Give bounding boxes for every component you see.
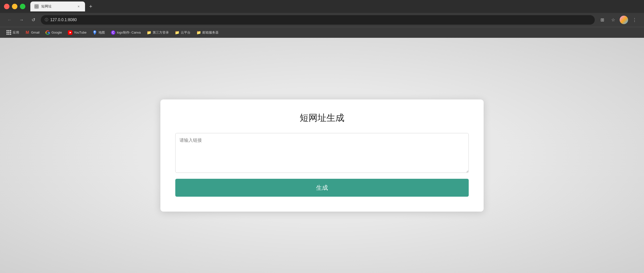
bookmark-maps[interactable]: 地图 bbox=[90, 29, 108, 36]
bookmark-google-label: Google bbox=[52, 30, 62, 34]
folder-cloud-icon: 📁 bbox=[175, 30, 179, 35]
bookmark-mail[interactable]: 📁 邮箱服务器 bbox=[194, 29, 221, 36]
bookmark-maps-label: 地图 bbox=[98, 30, 105, 35]
bookmark-cloud-label: 云平台 bbox=[181, 30, 190, 35]
active-tab[interactable]: 短网址 × bbox=[30, 2, 85, 12]
maps-icon bbox=[92, 30, 97, 35]
bookmark-cloud[interactable]: 📁 云平台 bbox=[172, 29, 193, 36]
tab-favicon bbox=[34, 4, 39, 9]
bookmark-google[interactable]: Google bbox=[43, 29, 64, 36]
google-icon bbox=[46, 30, 50, 35]
bookmark-youtube[interactable]: YouTube bbox=[66, 29, 89, 36]
new-tab-button[interactable]: + bbox=[86, 2, 95, 11]
security-icon: ⓘ bbox=[45, 18, 48, 22]
folder-thirdlogin-icon: 📁 bbox=[147, 30, 151, 35]
maximize-window-button[interactable] bbox=[20, 4, 25, 9]
gmail-icon: M bbox=[25, 30, 30, 35]
bookmark-gmail-label: Gmail bbox=[31, 30, 40, 34]
address-text: 127.0.0.1:8080 bbox=[50, 18, 591, 22]
back-icon: ← bbox=[7, 18, 12, 23]
back-button[interactable]: ← bbox=[5, 16, 14, 24]
page-title: 短网址生成 bbox=[175, 112, 469, 124]
forward-icon: → bbox=[19, 18, 24, 23]
bookmark-thirdlogin[interactable]: 📁 第三方登录 bbox=[144, 29, 171, 36]
bookmark-youtube-label: YouTube bbox=[74, 30, 86, 34]
bookmark-canva[interactable]: C logo制作- Canva bbox=[108, 29, 143, 36]
nav-bar: ← → ↺ ⓘ 127.0.0.1:8080 ⊞ ☆ ⋮ bbox=[0, 13, 644, 27]
menu-icon: ⋮ bbox=[632, 17, 637, 23]
generate-button[interactable]: 生成 bbox=[175, 179, 469, 197]
title-bar: 短网址 × + bbox=[0, 0, 644, 13]
reload-icon: ↺ bbox=[32, 17, 35, 23]
main-card: 短网址生成 生成 bbox=[160, 100, 484, 212]
page-content: 短网址生成 生成 bbox=[0, 38, 644, 273]
nav-right-actions: ⊞ ☆ ⋮ bbox=[598, 16, 639, 24]
translate-button[interactable]: ⊞ bbox=[598, 16, 607, 24]
close-window-button[interactable] bbox=[4, 4, 10, 9]
forward-button[interactable]: → bbox=[17, 16, 26, 24]
profile-avatar[interactable] bbox=[620, 16, 628, 24]
translate-icon: ⊞ bbox=[600, 17, 604, 23]
minimize-window-button[interactable] bbox=[12, 4, 18, 9]
bookmark-gmail[interactable]: M Gmail bbox=[23, 29, 42, 36]
bookmark-apps[interactable]: 应用 bbox=[4, 28, 22, 36]
bookmarks-bar: 应用 M Gmail Google bbox=[0, 27, 644, 38]
youtube-icon bbox=[68, 30, 72, 35]
apps-grid-icon bbox=[6, 30, 11, 35]
bookmark-canva-label: logo制作- Canva bbox=[117, 30, 141, 35]
star-icon: ☆ bbox=[611, 17, 615, 23]
reload-button[interactable]: ↺ bbox=[29, 16, 38, 24]
bookmark-button[interactable]: ☆ bbox=[609, 16, 618, 24]
tab-title: 短网址 bbox=[41, 4, 74, 9]
svg-point-3 bbox=[94, 31, 95, 32]
bookmark-mail-label: 邮箱服务器 bbox=[202, 30, 218, 35]
url-input[interactable] bbox=[175, 133, 469, 173]
canva-icon: C bbox=[111, 30, 115, 35]
folder-mail-icon: 📁 bbox=[196, 30, 201, 35]
browser-window: 短网址 × + ← → ↺ ⓘ 127.0.0.1:8080 ⊞ ☆ bbox=[0, 0, 644, 273]
tab-bar: 短网址 × + bbox=[30, 2, 640, 12]
menu-button[interactable]: ⋮ bbox=[630, 16, 639, 24]
tab-close-button[interactable]: × bbox=[76, 4, 81, 9]
address-bar[interactable]: ⓘ 127.0.0.1:8080 bbox=[41, 15, 595, 24]
bookmark-thirdlogin-label: 第三方登录 bbox=[153, 30, 169, 35]
bookmark-apps-label: 应用 bbox=[13, 30, 19, 35]
traffic-lights bbox=[4, 4, 25, 9]
